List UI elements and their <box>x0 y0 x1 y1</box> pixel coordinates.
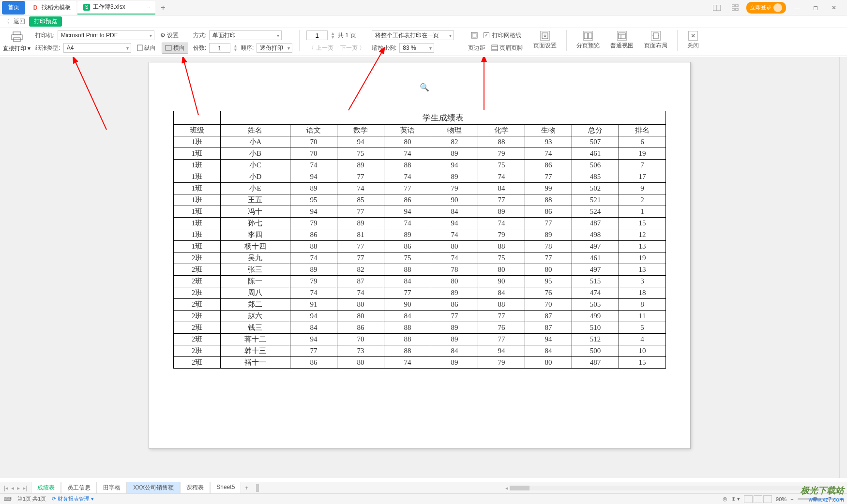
mode-select[interactable]: 单面打印 <box>209 30 282 40</box>
sheet-scroll-handle[interactable] <box>256 484 259 492</box>
sheet-prev-button[interactable]: ◂ <box>10 485 15 491</box>
table-cell: 95 <box>525 276 572 287</box>
tab-template[interactable]: D 找稻壳模板 <box>26 1 76 15</box>
horizontal-scrollbar[interactable]: ◂▸ <box>505 485 844 491</box>
copies-input[interactable] <box>209 43 230 53</box>
table-cell: 510 <box>572 322 619 334</box>
portrait-button[interactable]: 纵向 <box>134 43 159 53</box>
view-layout-icon[interactable] <box>754 495 762 503</box>
table-cell: 86 <box>431 299 478 311</box>
tab-home[interactable]: 首页 <box>2 1 25 15</box>
status-edit-icon[interactable]: ⌨ <box>4 496 12 502</box>
page-spinner-icon[interactable]: ▲▼ <box>331 31 335 39</box>
printer-select[interactable]: Microsoft Print to PDF <box>58 30 154 40</box>
tab-add-button[interactable]: + <box>156 3 170 12</box>
close-button[interactable]: ✕ <box>827 2 841 14</box>
page-break-button[interactable]: 分页预览 <box>574 30 603 51</box>
table-row: 1班小A7094808288935076 <box>174 136 666 148</box>
paper-select[interactable]: A4 <box>63 43 131 53</box>
table-cell: 77 <box>337 206 384 218</box>
zoom-out-button[interactable]: − <box>790 496 793 502</box>
table-cell: 487 <box>572 357 619 369</box>
tab-workbook[interactable]: S 工作簿3.xlsx ▫ <box>77 1 155 15</box>
scale-select[interactable]: 83 % <box>399 43 434 53</box>
table-cell: 74 <box>384 148 431 160</box>
table-cell: 89 <box>431 357 478 369</box>
prev-page-button[interactable]: 〈 上一页 <box>306 44 335 52</box>
table-row: 2班钱三8486888976875105 <box>174 322 666 334</box>
scale-mode-select[interactable]: 将整个工作表打印在一页 <box>372 30 454 40</box>
table-cell: 84 <box>525 345 572 357</box>
sheet-tab[interactable]: XXX公司销售额 <box>127 482 180 494</box>
view-normal-icon[interactable] <box>744 495 753 503</box>
maximize-button[interactable]: ◻ <box>808 2 823 14</box>
grid-icon[interactable] <box>728 2 742 14</box>
margins-label[interactable]: 页边距 <box>468 44 485 52</box>
order-select[interactable]: 逐份打印 <box>257 43 292 53</box>
minimize-button[interactable]: — <box>790 2 804 14</box>
copies-spinner-icon[interactable]: ▲▼ <box>233 44 238 52</box>
table-cell: 94 <box>478 345 525 357</box>
table-cell: 99 <box>525 183 572 194</box>
page-input[interactable] <box>306 30 328 40</box>
table-cell: 74 <box>478 171 525 183</box>
view-break-icon[interactable] <box>763 495 772 503</box>
login-button[interactable]: 立即登录 <box>746 2 786 14</box>
svg-rect-16 <box>542 33 548 39</box>
sheet-first-button[interactable]: |◂ <box>3 485 9 491</box>
table-cell: 90 <box>384 299 431 311</box>
table-cell: 77 <box>525 218 572 229</box>
status-ch-icon[interactable]: ⊕ ▾ <box>731 496 740 502</box>
normal-view-button[interactable]: 普通视图 <box>607 30 636 51</box>
zoom-slider[interactable] <box>798 498 836 500</box>
table-cell: 82 <box>431 136 478 148</box>
direct-print-label: 直接打印 ▾ <box>3 44 30 53</box>
svg-rect-20 <box>619 33 625 39</box>
settings-button[interactable]: ⚙ 设置 <box>157 30 182 41</box>
sheet-tab[interactable]: 课程表 <box>180 482 210 494</box>
table-cell: 12 <box>619 229 666 241</box>
table-cell: 77 <box>384 183 431 194</box>
table-cell: 86 <box>290 229 337 241</box>
close-preview-button[interactable]: ✕ 关闭 <box>684 30 702 51</box>
status-link[interactable]: ⟳ 财务报表管理 ▾ <box>52 495 94 503</box>
sheet-tab[interactable]: 员工信息 <box>61 482 97 494</box>
portrait-icon <box>137 44 143 51</box>
header-footer-button[interactable]: 页眉页脚 <box>488 43 526 53</box>
table-cell: 2班 <box>174 264 221 276</box>
back-chevron-icon[interactable]: 〈 <box>4 17 10 26</box>
layout-icon[interactable] <box>710 2 724 14</box>
sheet-next-button[interactable]: ▸ <box>16 485 21 491</box>
status-lightbulb-icon[interactable]: ◎ <box>723 496 727 502</box>
sheet-tab[interactable]: 田字格 <box>97 482 127 494</box>
table-cell: 2班 <box>174 252 221 264</box>
table-cell: 赵六 <box>221 311 290 322</box>
table-cell: 1班 <box>174 171 221 183</box>
table-cell: 17 <box>619 171 666 183</box>
landscape-icon <box>165 45 172 51</box>
page-layout-button[interactable]: 页面布局 <box>641 30 670 51</box>
table-cell: 74 <box>384 218 431 229</box>
breadcrumb: 〈 返回 打印预览 <box>0 15 847 28</box>
vertical-scrollbar[interactable] <box>839 57 847 478</box>
spreadsheet-icon: S <box>83 4 90 11</box>
sheet-tab[interactable]: 成绩表 <box>31 482 61 494</box>
magnifier-icon[interactable]: 🔍 <box>420 83 429 92</box>
table-cell: 1班 <box>174 218 221 229</box>
table-cell: 88 <box>478 241 525 252</box>
sheet-add-button[interactable]: + <box>241 485 252 491</box>
direct-print-button[interactable]: 直接打印 ▾ <box>3 30 30 53</box>
landscape-button[interactable]: 横向 <box>162 43 188 54</box>
gridlines-checkbox[interactable]: ✓ <box>484 32 489 38</box>
table-row: 1班孙七79897494747748715 <box>174 218 666 229</box>
margins-button[interactable] <box>468 31 481 40</box>
sheet-last-button[interactable]: ▸| <box>22 485 28 491</box>
zoom-in-button[interactable]: + <box>840 496 843 502</box>
tab-menu-icon[interactable]: ▫ <box>148 4 150 11</box>
back-link[interactable]: 返回 <box>14 17 25 26</box>
sheet-tab[interactable]: Sheet5 <box>210 482 241 494</box>
page-setup-button[interactable]: 页面设置 <box>530 30 560 51</box>
svg-rect-2 <box>732 4 734 7</box>
next-page-button[interactable]: 下一页 〉 <box>338 44 367 52</box>
table-cell: 502 <box>572 183 619 194</box>
